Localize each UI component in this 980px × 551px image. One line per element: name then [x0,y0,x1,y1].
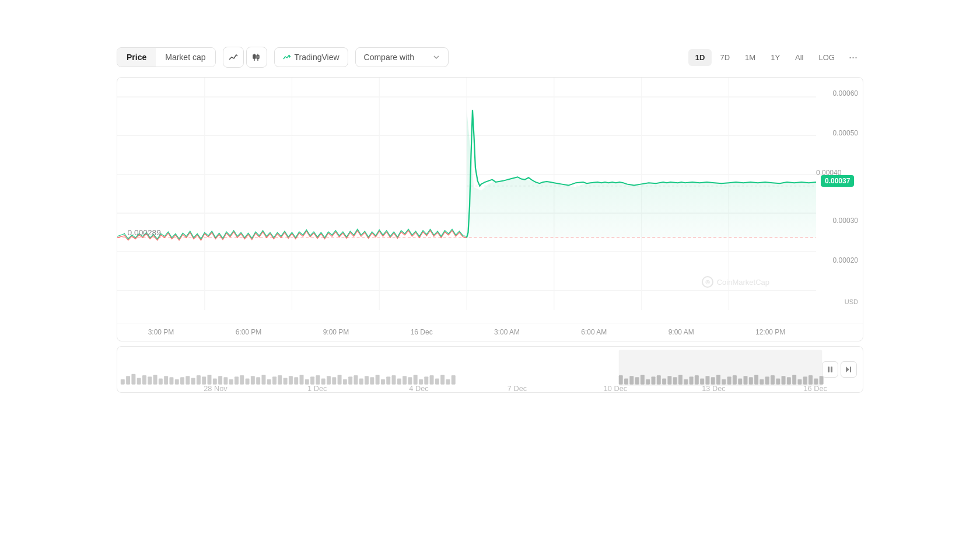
time-btn-1m[interactable]: 1M [738,49,762,66]
minimap-inner: 28 Nov 1 Dec 4 Dec 7 Dec 10 Dec 13 Dec 1… [117,347,863,392]
svg-rect-62 [343,379,347,385]
svg-rect-31 [175,379,179,385]
svg-rect-55 [305,379,309,385]
time-btn-1y[interactable]: 1Y [764,49,787,66]
svg-rect-72 [397,379,401,385]
svg-rect-75 [414,375,418,385]
candle-chart-icon[interactable] [246,47,267,68]
tradingview-button[interactable]: TradingView [274,47,348,67]
tab-market-cap[interactable]: Market cap [156,48,215,67]
svg-rect-84 [624,379,628,385]
minimap-svg: 28 Nov 1 Dec 4 Dec 7 Dec 10 Dec 13 Dec 1… [117,347,863,392]
svg-rect-92 [667,376,671,384]
y-label-1: 0.00050 [833,129,858,137]
pause-icon [827,366,833,373]
svg-rect-94 [678,375,682,385]
svg-rect-115 [792,375,796,385]
step-forward-button[interactable] [841,361,857,378]
x-label-6: 9:00 AM [668,328,694,336]
svg-rect-91 [662,379,666,385]
svg-rect-85 [629,376,634,384]
svg-rect-66 [365,376,369,384]
svg-rect-36 [202,376,206,384]
svg-rect-58 [321,379,326,385]
time-btn-all[interactable]: All [788,49,810,66]
svg-rect-23 [131,374,135,385]
svg-marker-131 [846,367,849,372]
chart-svg-area: · 0.000289 ◎ CoinMarketCap [117,78,816,323]
svg-rect-67 [370,377,374,384]
price-chart-svg: · 0.000289 [117,78,816,323]
tab-price[interactable]: Price [117,48,156,67]
svg-rect-117 [803,376,807,384]
svg-rect-81 [446,379,450,385]
svg-rect-50 [278,375,282,385]
svg-rect-41 [229,379,233,385]
pause-button[interactable] [822,361,838,378]
svg-rect-69 [381,379,385,385]
line-chart-icon[interactable] [223,47,244,68]
svg-text:1 Dec: 1 Dec [307,385,327,392]
svg-rect-59 [327,376,331,384]
svg-rect-83 [619,375,623,385]
svg-rect-29 [164,376,168,384]
chart-main: · 0.000289 ◎ CoinMarketCap 0.00060 0.000… [117,78,863,323]
svg-rect-97 [695,375,699,385]
svg-rect-38 [213,379,217,385]
svg-text:· 0.000289: · 0.000289 [123,228,161,236]
svg-rect-27 [153,375,158,385]
svg-rect-101 [716,375,720,385]
x-label-1: 6:00 PM [236,328,262,336]
svg-rect-56 [310,376,314,384]
chart-view-icons [223,47,267,68]
time-btn-7d[interactable]: 7D [713,49,737,66]
svg-text:10 Dec: 10 Dec [604,385,627,392]
svg-rect-70 [386,376,390,384]
svg-rect-77 [424,376,428,384]
svg-rect-24 [137,378,141,384]
svg-rect-100 [711,377,715,384]
compare-with-dropdown[interactable]: Compare with [355,47,449,67]
svg-rect-88 [646,379,650,385]
svg-rect-76 [419,379,423,385]
svg-rect-42 [235,376,239,384]
svg-rect-46 [256,377,260,384]
y-label-4: 0.00020 [833,256,858,264]
y-axis: 0.00060 0.00050 0.00040 0.00037 0.00030 … [816,78,863,323]
svg-rect-37 [208,375,212,385]
svg-rect-49 [272,376,276,384]
svg-rect-90 [657,375,661,385]
minimap-chart: 28 Nov 1 Dec 4 Dec 7 Dec 10 Dec 13 Dec 1… [117,347,863,392]
svg-rect-80 [440,375,444,385]
y-label-0: 0.00060 [833,89,858,97]
svg-rect-51 [284,378,288,384]
svg-rect-73 [402,376,407,384]
time-range-buttons: 1D 7D 1M 1Y All LOG ··· [688,47,863,68]
svg-rect-99 [705,376,709,384]
svg-rect-25 [142,375,146,385]
svg-rect-68 [376,375,380,385]
svg-text:16 Dec: 16 Dec [803,385,827,392]
x-label-4: 3:00 AM [494,328,520,336]
svg-rect-95 [684,379,688,385]
svg-rect-110 [765,376,769,384]
svg-rect-96 [690,376,694,384]
minimap-controls [822,361,857,378]
compare-with-label: Compare with [364,53,414,62]
svg-rect-113 [782,376,786,384]
svg-rect-116 [797,379,802,385]
svg-rect-53 [294,377,298,384]
svg-rect-30 [169,377,173,384]
current-price-badge: 0.00037 [821,175,854,187]
svg-rect-21 [121,379,125,385]
time-btn-log[interactable]: LOG [812,49,842,66]
svg-rect-65 [359,379,363,385]
svg-rect-82 [452,375,456,385]
svg-rect-44 [246,379,250,385]
time-btn-1d[interactable]: 1D [688,49,712,66]
svg-rect-104 [733,375,737,385]
svg-rect-48 [267,379,271,385]
more-options-button[interactable]: ··· [843,47,863,68]
x-axis: 3:00 PM 6:00 PM 9:00 PM 16 Dec 3:00 AM 6… [117,323,863,341]
y-label-3: 0.00030 [833,217,858,225]
